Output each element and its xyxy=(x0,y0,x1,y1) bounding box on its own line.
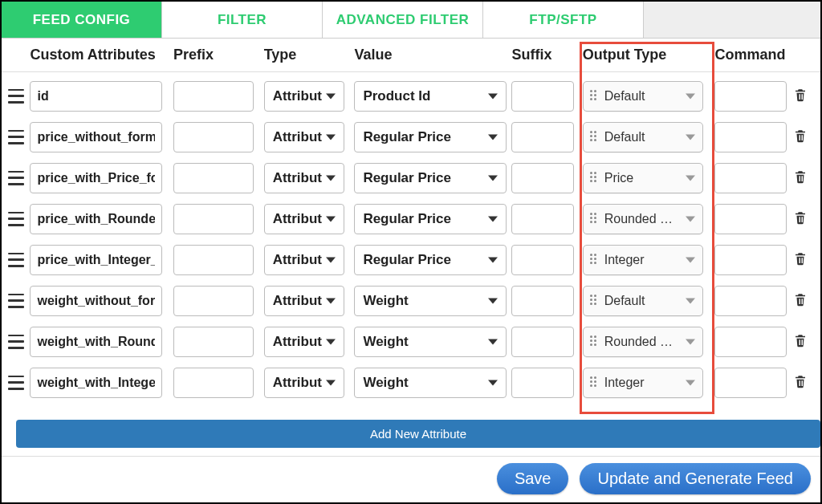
col-type: Type xyxy=(264,47,355,63)
command-input[interactable] xyxy=(714,163,787,193)
output-type-select[interactable]: Rounded Price xyxy=(583,204,703,234)
type-select[interactable]: Attribut xyxy=(264,368,344,398)
type-select[interactable]: Attribut xyxy=(264,163,344,193)
value-select[interactable]: Regular Price xyxy=(354,245,507,275)
table-row: Attribut Weight Rounded Price xyxy=(2,321,820,362)
drag-handle-icon[interactable] xyxy=(8,89,24,104)
col-suffix: Suffix xyxy=(511,47,582,63)
footer: Save Update and Generate Feed xyxy=(2,456,820,502)
custom-attribute-input[interactable] xyxy=(30,327,162,357)
col-custom-attributes: Custom Attributes xyxy=(30,47,173,63)
custom-attribute-input[interactable] xyxy=(30,204,162,234)
suffix-input[interactable] xyxy=(511,368,574,398)
suffix-input[interactable] xyxy=(511,204,574,234)
rows-area: Attribut Product Id Default xyxy=(2,72,820,413)
type-select[interactable]: Attribut xyxy=(264,286,344,316)
output-type-select[interactable]: Integer xyxy=(583,368,703,398)
type-select[interactable]: Attribut xyxy=(264,122,344,152)
custom-attribute-input[interactable] xyxy=(30,163,162,193)
custom-attribute-input[interactable] xyxy=(30,286,162,316)
trash-icon[interactable] xyxy=(793,209,808,226)
output-type-select[interactable]: Price xyxy=(583,163,703,193)
value-select[interactable]: Regular Price xyxy=(354,122,507,152)
prefix-input[interactable] xyxy=(173,81,254,112)
drag-handle-icon[interactable] xyxy=(8,253,24,267)
tab-advanced-filter[interactable]: ADVANCED FILTER xyxy=(323,2,483,38)
prefix-input[interactable] xyxy=(173,286,254,316)
table-row: Attribut Weight Default xyxy=(2,280,820,321)
table-row: Attribut Product Id Default xyxy=(2,75,820,116)
prefix-input[interactable] xyxy=(173,245,254,275)
output-type-select[interactable]: Default xyxy=(583,81,703,112)
table-row: Attribut Weight Integer xyxy=(2,362,820,403)
value-select[interactable]: Product Id xyxy=(354,81,507,112)
prefix-input[interactable] xyxy=(173,368,254,398)
type-select[interactable]: Attribut xyxy=(264,327,344,357)
command-input[interactable] xyxy=(714,245,787,275)
prefix-input[interactable] xyxy=(173,122,254,152)
custom-attribute-input[interactable] xyxy=(30,81,162,112)
command-input[interactable] xyxy=(714,204,787,234)
command-input[interactable] xyxy=(714,368,787,398)
update-generate-button[interactable]: Update and Generate Feed xyxy=(580,463,811,494)
output-type-select[interactable]: Integer xyxy=(583,245,703,275)
output-type-select[interactable]: Default xyxy=(583,286,703,316)
suffix-input[interactable] xyxy=(511,327,574,357)
tab-feed-config[interactable]: FEED CONFIG xyxy=(2,2,162,38)
drag-handle-icon[interactable] xyxy=(8,294,24,308)
col-output-type: Output Type xyxy=(583,47,715,63)
value-select[interactable]: Regular Price xyxy=(354,204,507,234)
command-input[interactable] xyxy=(714,286,787,316)
table-row: Attribut Regular Price Rounded Price xyxy=(2,198,820,239)
drag-handle-icon[interactable] xyxy=(8,376,24,390)
command-input[interactable] xyxy=(714,81,787,112)
custom-attribute-input[interactable] xyxy=(30,122,162,152)
command-input[interactable] xyxy=(714,122,787,152)
value-select[interactable]: Regular Price xyxy=(354,163,507,193)
save-button[interactable]: Save xyxy=(497,463,569,494)
drag-handle-icon[interactable] xyxy=(8,335,24,349)
drag-handle-icon[interactable] xyxy=(8,130,24,144)
command-input[interactable] xyxy=(714,327,787,357)
trash-icon[interactable] xyxy=(793,86,808,104)
type-select[interactable]: Attribut xyxy=(264,245,344,275)
value-select[interactable]: Weight xyxy=(354,327,507,357)
suffix-input[interactable] xyxy=(511,81,574,112)
trash-icon[interactable] xyxy=(793,372,808,390)
type-select[interactable]: Attribut xyxy=(264,204,344,234)
value-select[interactable]: Weight xyxy=(354,368,507,398)
output-type-select[interactable]: Rounded Price xyxy=(583,327,703,357)
prefix-input[interactable] xyxy=(173,163,254,193)
tab-filter[interactable]: FILTER xyxy=(162,2,323,38)
tab-ftp-sftp[interactable]: FTP/SFTP xyxy=(483,2,644,38)
type-select[interactable]: Attribut xyxy=(264,81,344,112)
suffix-input[interactable] xyxy=(511,286,574,316)
table-row: Attribut Regular Price Default xyxy=(2,116,820,157)
tabs: FEED CONFIG FILTER ADVANCED FILTER FTP/S… xyxy=(2,2,820,39)
column-headers: Custom Attributes Prefix Type Value Suff… xyxy=(2,39,820,72)
output-type-select[interactable]: Default xyxy=(583,122,703,152)
col-prefix: Prefix xyxy=(173,47,264,63)
trash-icon[interactable] xyxy=(793,127,808,144)
custom-attribute-input[interactable] xyxy=(30,368,162,398)
suffix-input[interactable] xyxy=(511,245,574,275)
table-row: Attribut Regular Price Price xyxy=(2,157,820,198)
table-row: Attribut Regular Price Integer xyxy=(2,239,820,280)
trash-icon[interactable] xyxy=(793,168,808,185)
suffix-input[interactable] xyxy=(511,163,574,193)
drag-handle-icon[interactable] xyxy=(8,171,24,185)
drag-handle-icon[interactable] xyxy=(8,212,24,226)
trash-icon[interactable] xyxy=(793,291,808,308)
col-value: Value xyxy=(354,47,511,63)
prefix-input[interactable] xyxy=(173,327,254,357)
add-new-attribute-button[interactable]: Add New Attribute xyxy=(16,420,820,448)
value-select[interactable]: Weight xyxy=(354,286,507,316)
custom-attribute-input[interactable] xyxy=(30,245,162,275)
prefix-input[interactable] xyxy=(173,204,254,234)
col-command: Command xyxy=(714,47,793,63)
suffix-input[interactable] xyxy=(511,122,574,152)
trash-icon[interactable] xyxy=(793,331,808,349)
trash-icon[interactable] xyxy=(793,250,808,267)
